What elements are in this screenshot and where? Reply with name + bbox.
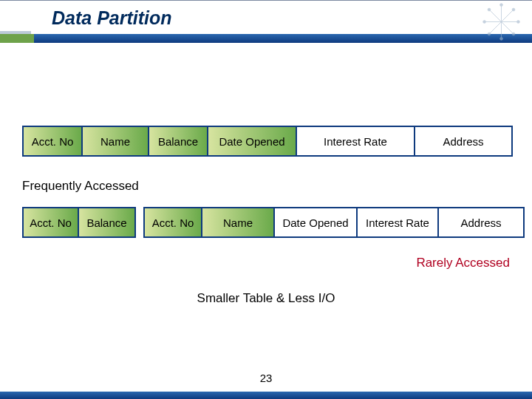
rare-col-name: Name — [202, 208, 275, 236]
svg-point-5 — [500, 38, 503, 41]
table-main: Acct. No Name Balance Date Opened Intere… — [22, 126, 513, 157]
slide: Data Partition Acct. No Name Balance Dat… — [0, 0, 532, 399]
sparkle-icon — [481, 1, 522, 42]
table-frequent: Acct. No Balance — [22, 207, 136, 238]
svg-point-10 — [512, 8, 515, 11]
frequently-accessed-label: Frequently Accessed — [22, 179, 139, 194]
freq-col-balance: Balance — [79, 208, 134, 236]
top-accent-bar — [0, 34, 532, 43]
col-interest-rate: Interest Rate — [297, 127, 415, 155]
table-rare: Acct. No Name Date Opened Interest Rate … — [143, 207, 525, 238]
bottom-accent-bar — [0, 392, 532, 399]
svg-point-9 — [512, 33, 515, 35]
col-address: Address — [415, 127, 511, 155]
smaller-table-label: Smaller Table & Less I/O — [0, 291, 532, 306]
rare-col-interest-rate: Interest Rate — [358, 208, 439, 236]
top-rule — [0, 0, 532, 1]
rarely-accessed-label: Rarely Accessed — [416, 256, 510, 270]
freq-col-acct-no: Acct. No — [24, 208, 79, 236]
rare-col-date-opened: Date Opened — [275, 208, 358, 236]
svg-point-7 — [517, 21, 520, 24]
col-balance: Balance — [149, 127, 208, 155]
tables-split-wrap: Acct. No Balance Acct. No Name Date Open… — [22, 207, 525, 238]
rare-col-acct-no: Acct. No — [145, 208, 202, 236]
page-title: Data Partition — [52, 7, 172, 29]
page-number: 23 — [0, 372, 532, 384]
col-name: Name — [83, 127, 149, 155]
svg-point-6 — [483, 21, 486, 24]
svg-point-11 — [488, 33, 491, 35]
svg-point-4 — [500, 4, 503, 7]
svg-point-8 — [488, 8, 491, 11]
col-acct-no: Acct. No — [24, 127, 83, 155]
col-date-opened: Date Opened — [208, 127, 297, 155]
rare-col-address: Address — [439, 208, 523, 236]
deco-top-left-green — [0, 34, 34, 43]
